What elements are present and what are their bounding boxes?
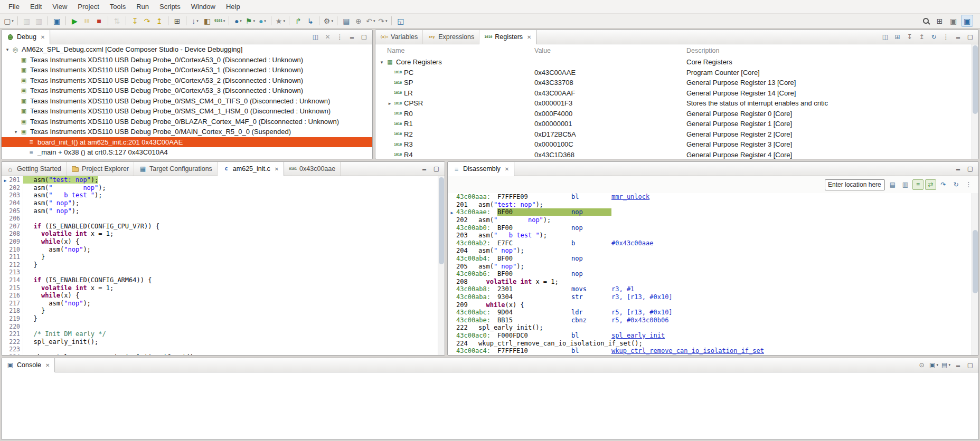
step-into-asm-icon[interactable]: ↷ (938, 179, 949, 190)
disassembly-source-line[interactable]: 224wkup_ctrl_remove_can_io_isolation_if_… (448, 339, 972, 347)
code-line[interactable]: 202 asm(" nop"); (2, 184, 438, 192)
stack-frame-row[interactable]: ≡_main + 0x38 () at crt0.S:127 0x43C010A… (2, 147, 372, 158)
remove-all-terminated-icon[interactable]: ✕ (322, 32, 333, 42)
disassembly-source-line[interactable]: 208 volatile int x = 1; (448, 278, 972, 286)
instruction-operands[interactable]: spl_early_init (611, 332, 665, 339)
register-row[interactable]: 1010R30x0000100CGeneral Purpose Register… (375, 139, 978, 150)
forward-icon[interactable]: ↷▾ (376, 15, 389, 27)
disassembly-source-line[interactable]: 201asm("test: nop"); (448, 201, 972, 209)
editor-tab-0x43c00aae[interactable]: 01010x43c00aae (284, 162, 341, 176)
close-tab-icon[interactable]: ✕ (527, 34, 531, 40)
view-menu-icon[interactable]: ⋮ (963, 179, 974, 190)
disassembly-source-line[interactable]: 204asm(" nop"); (448, 247, 972, 255)
disassembly-instruction[interactable]: 43c00ac4:F7FFFE10blwkup_ctrl_remove_can_… (448, 347, 972, 355)
new-view-icon[interactable]: ◫ (310, 32, 321, 42)
console-output[interactable] (2, 372, 978, 439)
disassembly-instruction[interactable]: 43c00abe:BB15cbnzr5, #0x43c00b06 (448, 317, 972, 324)
register-row[interactable]: 1010PC0x43C00AAEProgram Counter [Core] (375, 68, 978, 78)
disassembly-instruction[interactable]: ▶43c00aae:BF00nop (448, 208, 972, 216)
inspector-tab-variables[interactable]: (x)=Variables (375, 30, 423, 44)
import-icon[interactable]: ↧ (904, 32, 915, 42)
console-tab-console[interactable]: ▣Console✕ (2, 358, 55, 372)
disassembly-source-line[interactable]: 205asm(" nop"); (448, 262, 972, 270)
code-line[interactable]: 222 spl_early_init(); (2, 338, 438, 346)
instruction-operands[interactable]: wkup_ctrl_remove_can_io_isolation_if_set (611, 347, 764, 354)
column-header-description[interactable]: Description (686, 47, 978, 54)
register-row[interactable]: 1010SP0x43C33708General Purpose Register… (375, 78, 978, 88)
open-console-icon[interactable]: ▤▾ (940, 360, 951, 370)
show-all-registers-icon[interactable]: ⊞ (892, 32, 903, 42)
menu-window[interactable]: Window (186, 1, 221, 13)
fill-memory-icon[interactable]: ◧ (201, 15, 213, 27)
register-row[interactable]: 1010R10x00000001General Purpose Register… (375, 119, 978, 129)
code-line[interactable]: 221 /* Init DM early */ (2, 330, 438, 338)
debug-tree-target[interactable]: ▣Texas Instruments XDS110 USB Debug Prob… (2, 75, 372, 86)
refresh-icon[interactable]: ↻ (950, 179, 962, 190)
disassembly-source-line[interactable]: 203asm(" b test "); (448, 232, 972, 239)
track-pc-icon[interactable]: ⇄ (925, 179, 936, 190)
menu-project[interactable]: Project (72, 1, 104, 13)
pin-console-icon[interactable]: ⊙ (916, 360, 927, 370)
menu-file[interactable]: File (3, 1, 25, 13)
code-line[interactable]: 210 asm("nop"); (2, 245, 438, 253)
debug-tree-target[interactable]: ▣Texas Instruments XDS110 USB Debug Prob… (2, 65, 372, 75)
save-icon[interactable]: ▥ (21, 15, 33, 27)
expand-arrow-icon[interactable]: ▾ (378, 60, 385, 65)
scrollbar-thumb[interactable] (973, 230, 978, 293)
location-input[interactable] (825, 179, 885, 190)
maximize-icon[interactable]: ▢ (359, 32, 370, 42)
new-register-view-icon[interactable]: ◫ (880, 32, 891, 42)
run-to-line-icon[interactable]: ↱ (292, 15, 304, 27)
edit-perspective-icon[interactable]: ▣ (947, 15, 959, 27)
register-row[interactable]: 1010LR0x43C00AAFGeneral Purpose Register… (375, 88, 978, 99)
refresh-icon[interactable]: ↻ (928, 32, 939, 42)
expand-arrow-icon[interactable]: ▾ (12, 129, 20, 135)
open-view-icon[interactable]: ◱ (394, 15, 407, 27)
scrollbar-thumb[interactable] (439, 177, 444, 264)
register-group-row[interactable]: ▾▦Core RegistersCore Registers (375, 57, 978, 68)
resume-icon[interactable]: ▶ (69, 15, 81, 27)
disassembly-instruction[interactable]: 43c00aaa:F7FFFE09blmmr_unlock (448, 193, 972, 201)
maximize-icon[interactable]: ▢ (965, 164, 976, 174)
code-line[interactable]: ▶201 asm("test: nop"); (2, 176, 438, 184)
new-icon[interactable]: ▢▾ (3, 15, 15, 27)
debug-perspective-icon[interactable]: ▣ (961, 15, 973, 27)
code-line[interactable]: 217 asm("nop"); (2, 300, 438, 308)
menu-tools[interactable]: Tools (105, 1, 131, 13)
code-line[interactable]: 216 while(x) { (2, 292, 438, 300)
code-line[interactable]: 206 (2, 215, 438, 223)
view-menu-icon[interactable]: ⋮ (334, 32, 345, 42)
disassembly-source-line[interactable]: 202asm(" nop"); (448, 216, 972, 224)
register-row[interactable]: 1010R20xD172BC5AGeneral Purpose Register… (375, 129, 978, 140)
suspend-icon[interactable]: ▮▮ (81, 15, 93, 27)
menu-run[interactable]: Run (131, 1, 154, 13)
back-icon[interactable]: ↶▾ (364, 15, 376, 27)
editor-scrollbar[interactable] (438, 176, 445, 355)
register-row[interactable]: 1010R00x000F4000General Purpose Register… (375, 109, 978, 119)
disassembly-instruction[interactable]: 43c00aba:9304strr3, [r13, #0x10] (448, 293, 972, 301)
minimize-icon[interactable]: ▬ (953, 32, 964, 42)
disassembly-listing[interactable]: 43c00aaa:F7FFFE09blmmr_unlock201asm("tes… (448, 193, 972, 355)
debug-tree-target[interactable]: ▾▣Texas Instruments XDS110 USB Debug Pro… (2, 127, 372, 137)
register-row[interactable]: ▸1010CPSR0x000001F3Stores the status of … (375, 98, 978, 109)
close-tab-icon[interactable]: ✕ (45, 362, 50, 368)
instruction-operands[interactable]: mmr_unlock (611, 193, 649, 200)
code-line[interactable]: 219 } (2, 315, 438, 323)
export-icon[interactable]: ↥ (916, 32, 927, 42)
maximize-icon[interactable]: ▢ (431, 164, 442, 174)
minimize-icon[interactable]: ▬ (346, 32, 357, 42)
load-program-icon[interactable]: ↓▾ (189, 15, 201, 27)
minimize-icon[interactable]: ▬ (419, 164, 430, 174)
profile-icon[interactable]: ●▾ (256, 15, 268, 27)
pin-view-icon[interactable]: ⊕ (352, 15, 364, 27)
code-line[interactable]: 209 while(x) { (2, 238, 438, 246)
step-into-icon[interactable]: ↧ (129, 15, 141, 27)
code-line[interactable]: 223 (2, 346, 438, 353)
debug-tree-target[interactable]: ▣Texas Instruments XDS110 USB Debug Prob… (2, 106, 372, 117)
menu-edit[interactable]: Edit (25, 1, 47, 13)
target-view-icon[interactable]: ▣ (51, 15, 63, 27)
debug-tree-target[interactable]: ▣Texas Instruments XDS110 USB Debug Prob… (2, 85, 372, 96)
registers-scrollbar[interactable] (972, 44, 978, 159)
column-header-value[interactable]: Value (534, 47, 686, 54)
inspector-tab-expressions[interactable]: x+yExpressions (423, 30, 479, 44)
